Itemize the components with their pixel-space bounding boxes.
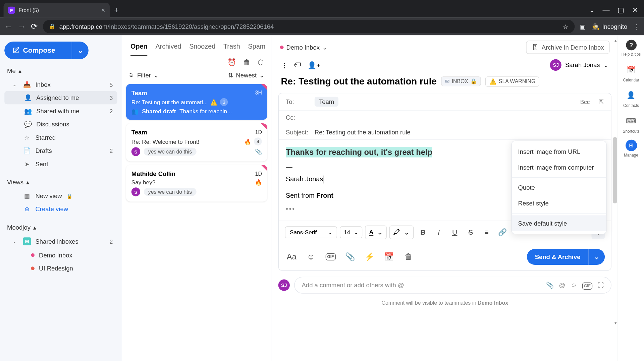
rail-manage[interactable]: ⊞ Manage [624, 140, 638, 158]
strikethrough-button[interactable]: S [464, 226, 477, 239]
tab-spam[interactable]: Spam [248, 43, 266, 56]
chevron-down-icon[interactable]: ⌄ [589, 6, 595, 14]
attach-icon[interactable]: 📎 [546, 282, 553, 289]
gif-button[interactable]: GIF [324, 250, 337, 264]
bold-button[interactable]: B [416, 226, 430, 239]
rail-help[interactable]: ? Help & tips [622, 40, 641, 57]
text-format-toggle[interactable]: Aa [285, 250, 298, 264]
address-bar[interactable]: 🔒 app.frontapp.com/inboxes/teammates/156… [43, 20, 575, 33]
menu-save-default-style[interactable]: Save default style [512, 215, 606, 231]
tag-icon[interactable]: 🏷 [294, 61, 301, 69]
menu-insert-image-computer[interactable]: Insert image from computer [512, 160, 606, 175]
new-tab-button[interactable]: + [114, 6, 119, 18]
forward-button[interactable]: → [18, 22, 26, 31]
chevron-down-icon: ⌄ [259, 72, 265, 79]
mention-icon[interactable]: @ [559, 282, 566, 289]
nav-create-view[interactable]: ⊕ Create view [4, 202, 117, 216]
calendar-insert-button[interactable]: 📅 [382, 250, 396, 264]
discard-button[interactable]: 🗑 [402, 250, 415, 264]
tab-trash[interactable]: Trash [223, 43, 240, 56]
section-me[interactable]: Me ▴ [4, 67, 117, 74]
menu-reset-style[interactable]: Reset style [512, 195, 606, 211]
more-actions-icon[interactable]: ⋮ [281, 61, 288, 69]
tab-archived[interactable]: Archived [155, 43, 181, 56]
nav-assigned-to-me[interactable]: 👤 Assigned to me 3 [4, 91, 117, 105]
subject-input[interactable]: Re: Testing out the automation rule [315, 129, 604, 136]
comment-input[interactable]: Add a comment or add others with @ 📎 @ ☺… [294, 277, 611, 294]
list-button[interactable]: ≡ [480, 226, 493, 239]
close-tab-icon[interactable]: × [101, 6, 105, 14]
nav-discussions[interactable]: 💬 Discussions [4, 118, 117, 131]
underline-button[interactable]: U [448, 226, 462, 239]
minimize-icon[interactable]: — [602, 6, 609, 14]
section-moodjoy[interactable]: Moodjoy ▴ [4, 224, 117, 231]
delete-action-icon[interactable]: 🗑 [243, 58, 250, 66]
tab-snoozed[interactable]: Snoozed [189, 43, 215, 56]
send-archive-button[interactable]: Send & Archive ⌄ [527, 249, 605, 265]
scroll-up-icon[interactable]: ▴ [614, 38, 617, 43]
quick-reply-button[interactable]: ⚡ [363, 250, 376, 264]
browser-tab[interactable]: F Front (5) × [4, 3, 110, 18]
incognito-indicator[interactable]: 🕵️ Incognito [592, 23, 627, 30]
bcc-toggle[interactable]: Bcc [580, 98, 590, 105]
attach-button[interactable]: 📎 [343, 250, 357, 264]
nav-shared-inboxes[interactable]: ⌄ M Shared inboxes 2 [4, 234, 117, 248]
nav-demo-inbox[interactable]: Demo Inbox [4, 248, 117, 262]
editor-body[interactable]: Thanks for reaching out, it's great help… [279, 140, 611, 221]
expand-icon[interactable]: ⛶ [598, 282, 604, 289]
nav-sent[interactable]: ➤ Sent [4, 158, 117, 171]
bookmark-icon[interactable]: ☆ [563, 23, 569, 30]
sort-button[interactable]: ⇅ Newest ⌄ [228, 72, 265, 79]
browser-menu-icon[interactable]: ⋮ [634, 23, 640, 30]
scroll-down-icon[interactable]: ▾ [614, 320, 617, 325]
conversation-item[interactable]: Team 3H Re: Testing out the automati... … [126, 84, 267, 120]
spam-action-icon[interactable]: ⬡ [258, 58, 264, 66]
text-color-select[interactable]: A ⌄ [365, 226, 387, 239]
conversation-item[interactable]: Mathilde Collin 1D Say hey? 🔥 S yes we c… [126, 165, 267, 201]
assignee-selector[interactable]: SJ Sarah Jonas ⌄ [550, 59, 609, 71]
archive-button[interactable]: 🗄 Archive in Demo Inbox [526, 41, 609, 54]
menu-insert-image-url[interactable]: Insert image from URL [512, 144, 606, 160]
compose-chevron[interactable]: ⌄ [72, 42, 89, 59]
sla-warning-pill[interactable]: ⚠️ SLA WARNING [485, 76, 539, 86]
popout-icon[interactable]: ⇱ [599, 98, 604, 105]
conversation-item[interactable]: Team 1D Re: Re: Welcome to Front! 🔥 4 S … [126, 123, 267, 161]
rail-calendar[interactable]: 📅 Calendar [623, 63, 639, 82]
filter-button[interactable]: ⚞ Filter ⌄ [129, 72, 159, 79]
maximize-icon[interactable]: ▢ [618, 6, 624, 14]
italic-button[interactable]: I [432, 226, 445, 239]
conversation-time: 1D [255, 129, 262, 135]
gif-icon[interactable]: GIF [582, 282, 592, 289]
inbox-tag-selector[interactable]: Demo Inbox ⌄ [280, 44, 328, 51]
section-views[interactable]: Views ▴ [4, 179, 117, 186]
scrollbar-thumb[interactable] [613, 137, 617, 203]
rail-contacts[interactable]: 👤 Contacts [623, 88, 639, 108]
nav-new-view[interactable]: ▦ New view 🔒 [4, 189, 117, 203]
extensions-icon[interactable]: ▣ [580, 23, 586, 30]
emoji-icon[interactable]: ☺ [571, 282, 577, 289]
link-button[interactable]: 🔗 [496, 226, 509, 239]
add-participant-icon[interactable]: 👤+ [308, 61, 321, 69]
close-window-icon[interactable]: ✕ [632, 6, 638, 14]
nav-starred[interactable]: ☆ Starred [4, 131, 117, 144]
snooze-action-icon[interactable]: ⏰ [227, 58, 236, 66]
recipient-pill[interactable]: Team [315, 97, 339, 107]
nav-drafts[interactable]: 📄 Drafts 2 [4, 144, 117, 158]
inbox-tag-pill[interactable]: ✉ INBOX 🔒 [441, 76, 481, 86]
rail-shortcuts[interactable]: ⌨ Shortcuts [623, 114, 639, 133]
nav-inbox[interactable]: ⌄ 📥 Inbox 5 [4, 78, 117, 91]
menu-quote[interactable]: Quote [512, 180, 606, 195]
text-cursor [323, 176, 323, 184]
emoji-button[interactable]: ☺ [304, 250, 318, 264]
font-size-select[interactable]: 14 ⌄ [340, 226, 363, 238]
tab-open[interactable]: Open [130, 43, 148, 56]
send-options-chevron[interactable]: ⌄ [588, 249, 605, 265]
highlight-color-select[interactable]: 🖍 ⌄ [389, 226, 414, 239]
back-button[interactable]: ← [4, 22, 12, 31]
nav-shared-with-me[interactable]: 👥 Shared with me 2 [4, 104, 117, 118]
reload-button[interactable]: ⟳ [31, 22, 38, 32]
font-family-select[interactable]: Sans-Serif ⌄ [285, 226, 337, 238]
nav-ui-redesign[interactable]: UI Redesign [4, 262, 117, 275]
nav-label: Inbox [36, 81, 51, 88]
compose-button[interactable]: Compose ⌄ [4, 42, 89, 59]
